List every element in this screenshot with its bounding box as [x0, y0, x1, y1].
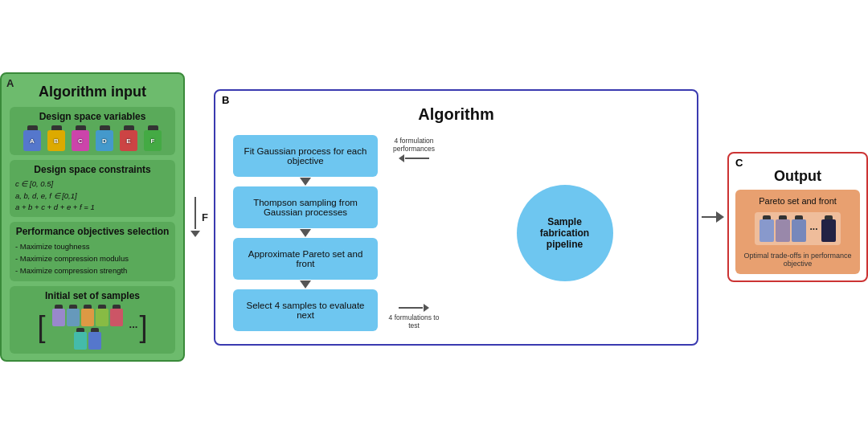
objective-item: - Maximize compression modulus: [15, 252, 170, 264]
objective-item: - Maximize compression strength: [15, 264, 170, 276]
output-bottle: [792, 215, 806, 242]
design-vars-title: Design space variables: [15, 111, 170, 122]
f-label: F: [202, 211, 208, 223]
panel-a-title: Algorithm input: [10, 84, 175, 100]
sample-bottle: [88, 328, 101, 350]
output-bottle: [776, 215, 790, 242]
panel-c-title: Output: [735, 168, 860, 185]
design-vars-section: Design space variables A B C D E F: [10, 107, 175, 155]
design-bottle: B: [46, 125, 67, 151]
panel-b-title: Algorithm: [418, 105, 493, 124]
panel-b-label: B: [222, 94, 229, 106]
output-bottle: [760, 215, 774, 242]
samples-bracket: [ ··· ]: [15, 305, 170, 350]
sample-bottle: [74, 328, 87, 350]
feedback-bottom-label: 4 formulations to test: [386, 313, 442, 330]
step-box-1: Fit Gaussian process for each objective: [233, 135, 378, 177]
panel-b: B Algorithm Fit Gaussian process for eac…: [214, 89, 698, 346]
output-subtitle: Pareto set and front: [759, 196, 837, 206]
initial-samples-section: Initial set of samples [ ···: [10, 286, 175, 354]
constraint-line: a, b, d, e, f ∈ [0,1]: [15, 190, 170, 202]
constraints-text: c ∈ [0, 0.5]a, b, d, e, f ∈ [0,1]a + b +…: [15, 178, 170, 213]
right-bracket: ]: [139, 313, 147, 342]
panel-a-label: A: [6, 77, 14, 89]
design-bottle: C: [70, 125, 91, 151]
design-bottle: D: [94, 125, 115, 151]
sample-bottle: [110, 305, 123, 326]
output-inner: Pareto set and front ··· Optimal trade-o…: [735, 190, 860, 274]
feedback-top-label: 4 formulation performances: [386, 137, 442, 153]
step-box-4: Select 4 samples to evaluate next: [233, 289, 378, 331]
output-bottle: [821, 215, 836, 242]
dots: ···: [129, 321, 138, 333]
panel-a: A Algorithm input Design space variables…: [0, 72, 185, 361]
sample-bottle: [67, 305, 80, 326]
step-box-2: Thompson sampling from Gaussian processe…: [233, 186, 378, 228]
step-arrow-3: [300, 280, 311, 289]
feedback-col: 4 formulation performances 4 formulation…: [386, 129, 442, 338]
output-bottles-row: ···: [755, 212, 840, 245]
output-dots: ···: [809, 223, 817, 235]
feedback-bottom-group: 4 formulations to test: [386, 304, 442, 330]
constraints-title: Design space constraints: [15, 164, 170, 175]
left-bracket: [: [38, 313, 46, 342]
objectives-title: Performance objectives selection: [15, 226, 170, 237]
design-bottle: A: [22, 125, 43, 151]
constraints-section: Design space constraints c ∈ [0, 0.5]a, …: [10, 160, 175, 217]
sample-bottle: [81, 305, 94, 326]
arrow-bc: [698, 211, 727, 223]
feedback-top-group: 4 formulation performances: [386, 137, 442, 162]
design-bottle: F: [142, 125, 163, 151]
design-bottles-row: A B C D E F: [15, 125, 170, 151]
panel-c: C Output Pareto set and front ··· Optima…: [727, 152, 868, 282]
design-bottle: E: [118, 125, 139, 151]
objectives-section: Performance objectives selection - Maxim…: [10, 222, 175, 281]
output-caption: Optimal trade-offs in performance object…: [742, 252, 854, 268]
constraint-line: c ∈ [0, 0.5]: [15, 178, 170, 190]
step-box-3: Approximate Pareto set and front: [233, 238, 378, 280]
objective-item: - Maximize toughness: [15, 240, 170, 252]
sample-bottle: [52, 305, 65, 326]
arrow-ab: F: [185, 197, 214, 237]
algo-steps: Fit Gaussian process for each objectiveT…: [225, 135, 386, 331]
sample-bottle: [96, 305, 108, 326]
initial-samples-title: Initial set of samples: [15, 290, 170, 301]
step-arrow-1: [300, 178, 311, 186]
constraint-line: a + b + c + d + e + f = 1: [15, 202, 170, 213]
algo-main-row: Fit Gaussian process for each objectiveT…: [225, 129, 687, 338]
step-arrow-2: [300, 229, 311, 237]
circle-sample: Sample fabrication pipeline: [517, 185, 613, 281]
objectives-list: - Maximize toughness- Maximize compressi…: [15, 240, 170, 277]
panel-c-label: C: [735, 157, 743, 169]
algo-right: Sample fabrication pipeline: [442, 185, 687, 281]
